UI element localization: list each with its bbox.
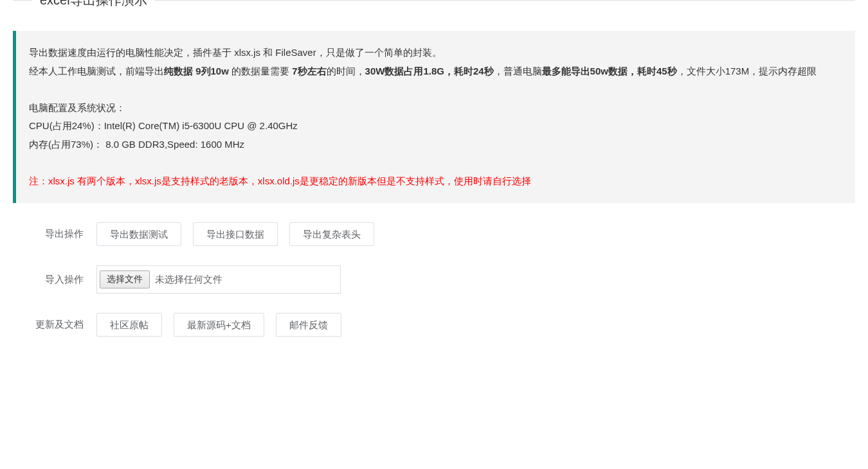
- info-line-2: 经本人工作电脑测试，前端导出纯数据 9列10w 的数据量需要 7秒左右的时间，3…: [29, 62, 842, 81]
- section-legend: excel导出操作演示: [32, 0, 155, 9]
- export-label: 导出操作: [13, 228, 96, 240]
- docs-label: 更新及文档: [13, 319, 96, 331]
- config-header: 电脑配置及系统状况：: [29, 99, 842, 118]
- info-block: 导出数据速度由运行的电脑性能决定，插件基于 xlsx.js 和 FileSave…: [13, 31, 855, 203]
- import-row: 导入操作 选择文件 未选择任何文件: [13, 265, 855, 294]
- mem-line: 内存(占用73%)： 8.0 GB DDR3,Speed: 1600 MHz: [29, 136, 842, 154]
- export-test-button[interactable]: 导出数据测试: [96, 222, 181, 246]
- export-complex-button[interactable]: 导出复杂表头: [289, 222, 374, 246]
- choose-file-button[interactable]: 选择文件: [100, 270, 150, 288]
- section-fieldset: excel导出操作演示: [13, 0, 855, 18]
- cpu-line: CPU(占用24%)：Intel(R) Core(TM) i5-6300U CP…: [29, 117, 842, 136]
- info-line-1: 导出数据速度由运行的电脑性能决定，插件基于 xlsx.js 和 FileSave…: [29, 44, 842, 62]
- form-area: 导出操作 导出数据测试 导出接口数据 导出复杂表头 导入操作 选择文件 未选择任…: [0, 222, 868, 369]
- import-label: 导入操作: [13, 274, 96, 286]
- email-feedback-button[interactable]: 邮件反馈: [276, 313, 341, 337]
- source-docs-button[interactable]: 最新源码+文档: [174, 313, 264, 337]
- docs-row: 更新及文档 社区原帖 最新源码+文档 邮件反馈: [13, 313, 855, 337]
- community-post-button[interactable]: 社区原帖: [96, 313, 162, 337]
- file-status-text: 未选择任何文件: [155, 274, 222, 286]
- export-row: 导出操作 导出数据测试 导出接口数据 导出复杂表头: [13, 222, 855, 246]
- file-input-wrapper[interactable]: 选择文件 未选择任何文件: [96, 265, 341, 294]
- export-api-button[interactable]: 导出接口数据: [193, 222, 278, 246]
- warning-note: 注：xlsx.js 有两个版本，xlsx.js是支持样式的老版本，xlsx.ol…: [29, 172, 842, 191]
